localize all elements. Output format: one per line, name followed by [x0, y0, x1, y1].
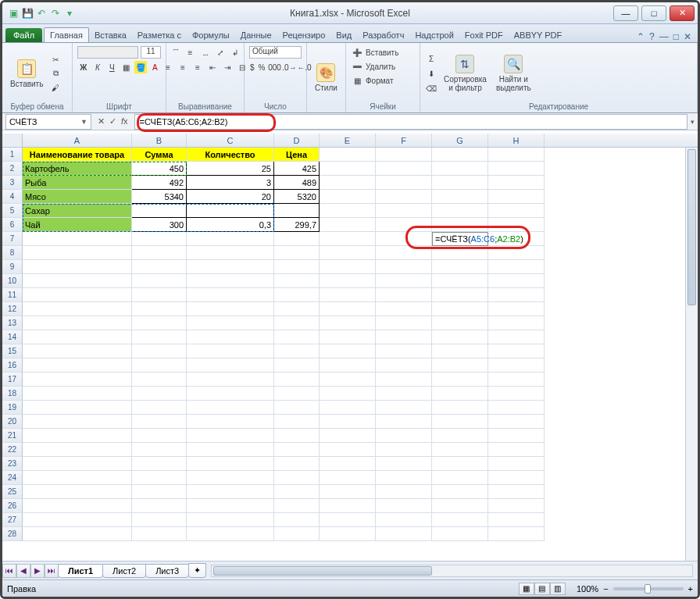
cell[interactable] — [274, 330, 320, 344]
cell[interactable] — [376, 358, 432, 373]
align-bottom-icon[interactable]: ⎵ — [199, 46, 212, 59]
scrollbar-thumb[interactable] — [688, 149, 696, 305]
percent-icon[interactable]: % — [258, 61, 266, 73]
underline-icon[interactable]: Ч — [106, 61, 118, 73]
comma-icon[interactable]: 000 — [268, 61, 280, 73]
row-head[interactable]: 24 — [2, 471, 23, 485]
row-head[interactable]: 1 — [2, 148, 23, 162]
new-sheet-button[interactable]: ✦ — [188, 563, 206, 578]
minimize-ribbon-icon[interactable]: ⌃ — [637, 31, 645, 42]
horizontal-scrollbar[interactable] — [211, 565, 693, 577]
normal-view-icon[interactable]: ▦ — [519, 583, 534, 595]
cell[interactable] — [320, 316, 376, 330]
cell[interactable] — [320, 499, 376, 513]
cell[interactable] — [23, 471, 132, 485]
cell[interactable] — [488, 162, 545, 176]
cell[interactable] — [488, 246, 545, 260]
row-head[interactable]: 6 — [2, 218, 23, 232]
row-head[interactable]: 7 — [2, 232, 23, 246]
tab-home[interactable]: Главная — [44, 27, 89, 42]
cell[interactable] — [432, 204, 488, 218]
cell[interactable] — [320, 485, 376, 499]
cell[interactable] — [274, 274, 320, 288]
undo-icon[interactable]: ↶ — [35, 7, 48, 20]
italic-icon[interactable]: К — [91, 61, 103, 73]
cell[interactable] — [187, 204, 274, 218]
cell[interactable]: 425 — [274, 162, 320, 176]
cell[interactable] — [274, 457, 320, 471]
row-head[interactable]: 19 — [2, 401, 23, 415]
tab-abbyy[interactable]: ABBYY PDF — [509, 28, 568, 42]
decrease-indent-icon[interactable]: ⇤ — [206, 61, 219, 73]
cell[interactable] — [432, 415, 488, 429]
cell[interactable] — [132, 260, 187, 274]
row-head[interactable]: 26 — [2, 499, 23, 513]
copy-icon[interactable]: ⧉ — [49, 67, 62, 80]
cell[interactable] — [376, 316, 432, 330]
row-head[interactable]: 18 — [2, 387, 23, 401]
name-box-dropdown-icon[interactable]: ▼ — [80, 118, 88, 126]
cell[interactable] — [23, 330, 132, 344]
cell[interactable] — [274, 316, 320, 330]
cell[interactable] — [320, 513, 376, 527]
sort-filter-button[interactable]: ⇅ Сортировка и фильтр — [441, 53, 490, 94]
insert-label[interactable]: Вставить — [366, 48, 398, 57]
cell[interactable] — [432, 471, 488, 485]
cell[interactable] — [274, 246, 320, 260]
sheet-nav-prev-icon[interactable]: ◀ — [16, 564, 30, 578]
cell[interactable] — [23, 401, 132, 415]
cell[interactable] — [320, 330, 376, 344]
cell[interactable]: 492 — [132, 176, 187, 190]
cell[interactable]: 5320 — [274, 190, 320, 204]
cell[interactable] — [376, 148, 432, 162]
cell[interactable]: 300 — [132, 218, 187, 232]
row-head[interactable]: 14 — [2, 330, 23, 344]
cell[interactable]: Наименование товара — [23, 148, 132, 162]
row-head[interactable]: 21 — [2, 429, 23, 443]
cell[interactable] — [132, 471, 187, 485]
insert-cells-icon[interactable]: ➕ — [351, 46, 363, 59]
currency-icon[interactable]: $ — [249, 61, 255, 73]
cell[interactable] — [376, 401, 432, 415]
save-icon[interactable]: 💾 — [21, 7, 34, 20]
cell[interactable] — [320, 260, 376, 274]
row-head[interactable]: 16 — [2, 358, 23, 373]
cell[interactable] — [132, 499, 187, 513]
cell[interactable] — [274, 358, 320, 373]
cell[interactable] — [320, 471, 376, 485]
cell[interactable] — [432, 401, 488, 415]
tab-insert[interactable]: Вставка — [89, 28, 132, 42]
fill-icon[interactable]: ⬇ — [425, 67, 438, 80]
row-head[interactable]: 3 — [2, 176, 23, 190]
cell[interactable] — [23, 260, 132, 274]
cell[interactable] — [320, 527, 376, 541]
cell[interactable] — [187, 415, 274, 429]
align-left-icon[interactable]: ≡ — [162, 61, 174, 73]
row-head[interactable]: 25 — [2, 485, 23, 499]
number-format-combo[interactable]: Общий — [249, 46, 302, 59]
cell[interactable] — [132, 274, 187, 288]
cell[interactable] — [432, 344, 488, 358]
cell[interactable] — [376, 387, 432, 401]
cell[interactable] — [488, 499, 545, 513]
align-middle-icon[interactable]: ≡ — [184, 46, 197, 59]
row-head[interactable]: 22 — [2, 443, 23, 457]
cell[interactable] — [274, 415, 320, 429]
cell[interactable] — [376, 499, 432, 513]
cell[interactable]: Чай — [23, 218, 132, 232]
cell[interactable] — [274, 513, 320, 527]
cell[interactable] — [23, 246, 132, 260]
editing-cell[interactable]: =СЧЁТЗ(A5:C6;A2:B2) — [432, 232, 488, 246]
cell[interactable]: Картофель — [23, 162, 132, 176]
cell[interactable] — [376, 471, 432, 485]
cell[interactable] — [23, 499, 132, 513]
row-head[interactable]: 12 — [2, 302, 23, 316]
cell[interactable] — [488, 288, 545, 302]
cell[interactable]: 5340 — [132, 190, 187, 204]
zoom-out-icon[interactable]: − — [603, 584, 608, 594]
cell[interactable] — [488, 457, 545, 471]
cell[interactable] — [187, 316, 274, 330]
row-head[interactable]: 11 — [2, 288, 23, 302]
zoom-slider-knob[interactable] — [645, 584, 651, 594]
format-label[interactable]: Формат — [366, 77, 394, 85]
